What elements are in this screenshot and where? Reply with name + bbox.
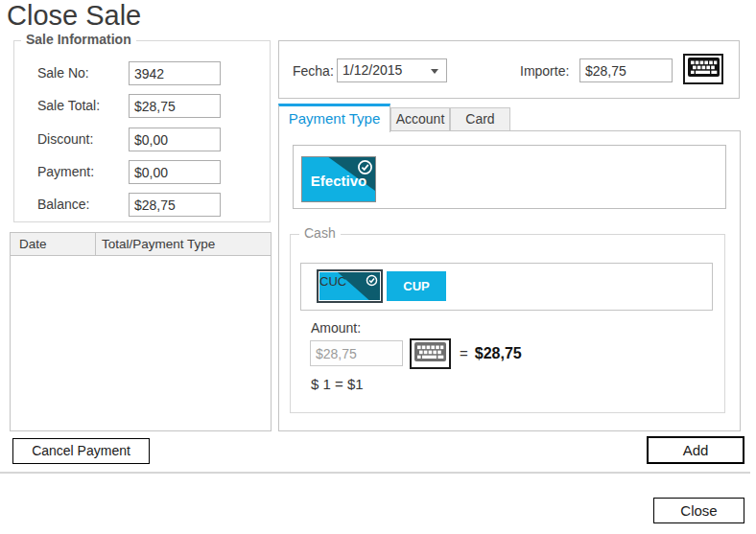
- cash-group: Cash CUC CUP Amount:: [290, 234, 725, 413]
- equals-sign: =: [460, 345, 468, 361]
- fecha-label: Fecha:: [293, 63, 334, 79]
- discount-field[interactable]: [129, 128, 221, 151]
- sale-no-field[interactable]: [129, 61, 221, 85]
- sale-total-label: Sale Total:: [37, 98, 100, 113]
- amount-label: Amount:: [311, 320, 361, 336]
- payment-type-tab-panel: Efectivo Cash CUC CUP: [278, 130, 741, 431]
- cash-legend: Cash: [299, 225, 341, 241]
- keyboard-icon: [414, 342, 446, 365]
- payment-field[interactable]: [129, 160, 221, 184]
- tab-payment-type[interactable]: Payment Type: [278, 104, 390, 132]
- sale-information-group: Sale Information Sale No: Sale Total: Di…: [13, 40, 271, 222]
- amount-keyboard-button[interactable]: [410, 338, 451, 369]
- cuc-currency-button[interactable]: CUC: [319, 272, 380, 300]
- payment-method-list: Efectivo: [293, 145, 726, 209]
- cup-currency-button[interactable]: CUP: [387, 271, 446, 301]
- efectivo-method-button[interactable]: Efectivo: [301, 156, 376, 202]
- payments-table[interactable]: Date Total/Payment Type: [10, 232, 272, 431]
- payment-label: Payment:: [37, 164, 94, 179]
- sale-total-field[interactable]: [129, 94, 221, 118]
- importe-keyboard-button[interactable]: [683, 54, 723, 84]
- amount-field[interactable]: [310, 340, 403, 366]
- sale-information-legend: Sale Information: [21, 32, 136, 47]
- discount-label: Discount:: [37, 131, 93, 147]
- balance-label: Balance:: [37, 197, 89, 212]
- importe-label: Importe:: [520, 63, 569, 79]
- cancel-payment-button[interactable]: Cancel Payment: [12, 438, 150, 464]
- dropdown-arrow-icon[interactable]: [431, 69, 438, 74]
- add-button[interactable]: Add: [647, 436, 744, 464]
- cup-currency-label: CUP: [387, 279, 446, 293]
- date-column-header[interactable]: Date: [11, 237, 95, 251]
- keyboard-icon: [688, 58, 720, 81]
- page-title: Close Sale: [7, 0, 141, 32]
- close-button[interactable]: Close: [653, 498, 744, 523]
- sale-no-label: Sale No:: [37, 65, 89, 81]
- importe-field[interactable]: [579, 58, 673, 82]
- total-payment-type-column-header[interactable]: Total/Payment Type: [95, 233, 271, 256]
- exchange-rate-label: $ 1 = $1: [311, 376, 364, 392]
- payments-table-header: Date Total/Payment Type: [11, 233, 271, 256]
- tab-card[interactable]: Card: [450, 107, 510, 130]
- balance-field[interactable]: [129, 193, 221, 217]
- cuc-button-focus-ring: CUC: [317, 269, 383, 303]
- check-circle-icon: [366, 273, 378, 290]
- tab-account[interactable]: Account: [390, 107, 450, 130]
- converted-amount-value: $28,75: [475, 345, 522, 362]
- payment-entry-panel: Fecha: 1/12/2015 Importe:: [278, 40, 740, 99]
- fecha-date-value: 1/12/2015: [343, 62, 402, 78]
- fecha-date-combobox[interactable]: 1/12/2015: [337, 58, 447, 82]
- footer-divider: [0, 472, 750, 474]
- converted-amount: = $28,75: [460, 345, 522, 362]
- currency-list: CUC CUP: [300, 263, 713, 311]
- efectivo-method-label: Efectivo: [302, 173, 375, 189]
